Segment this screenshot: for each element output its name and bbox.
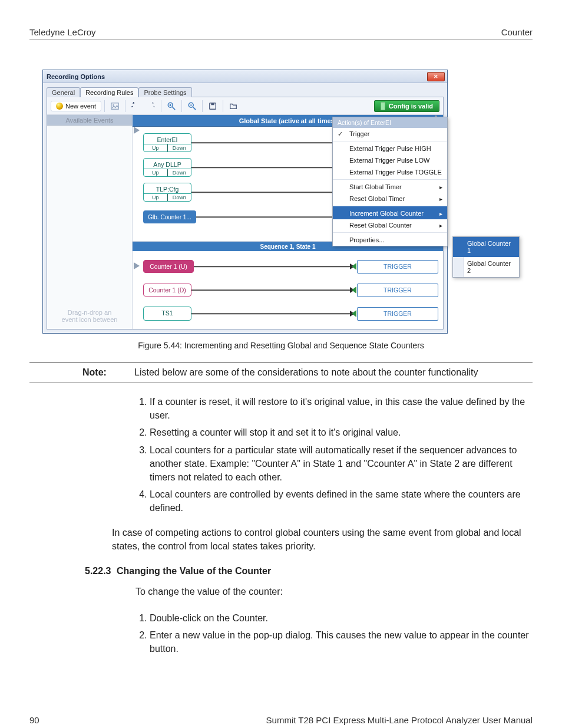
tab-general[interactable]: General bbox=[47, 87, 80, 97]
header-left: Teledyne LeCroy bbox=[29, 27, 96, 37]
close-button[interactable]: ✕ bbox=[427, 72, 445, 81]
event-glb-counter-1[interactable]: Glb. Counter 1... bbox=[143, 210, 196, 223]
new-event-button[interactable]: New event bbox=[51, 101, 101, 111]
event-tlp-cfg[interactable]: TLP:Cfg UpDown bbox=[143, 183, 191, 202]
svg-line-7 bbox=[193, 107, 196, 109]
section-intro: To change the value of the counter: bbox=[29, 585, 533, 598]
chevron-right-icon: ▸ bbox=[439, 196, 442, 202]
ctx-reset-global-counter[interactable]: Reset Global Counter▸ bbox=[333, 219, 447, 231]
new-event-label: New event bbox=[65, 103, 96, 110]
open-icon[interactable] bbox=[226, 100, 240, 113]
submenu-global-counter: Global Counter 1 Global Counter 2 bbox=[452, 236, 520, 278]
ctx-ext-high[interactable]: External Trigger Pulse HIGH bbox=[333, 141, 447, 154]
chevron-right-icon: ▸ bbox=[439, 222, 442, 229]
list-item: Local counters for a particular state wi… bbox=[150, 443, 533, 485]
save-icon[interactable] bbox=[206, 100, 220, 113]
link-accept-icon bbox=[352, 286, 356, 294]
list-item: Local counters are controlled by events … bbox=[150, 487, 533, 515]
context-menu-title: Action(s) of EnterEI bbox=[333, 117, 447, 128]
redo-icon[interactable] bbox=[144, 100, 158, 113]
chevron-right-icon: ▸ bbox=[439, 184, 442, 190]
considerations-list: If a counter is reset, it will restore t… bbox=[29, 395, 533, 515]
submenu-global-counter-2[interactable]: Global Counter 2 bbox=[453, 257, 519, 277]
zoom-in-icon[interactable] bbox=[164, 100, 178, 113]
list-item: Enter a new value in the pop-up dialog. … bbox=[150, 628, 533, 655]
section-heading: 5.22.3Changing the Value of the Counter bbox=[29, 566, 533, 577]
link-accept-icon bbox=[352, 310, 356, 317]
steps-list: Double-click on the Counter. Enter a new… bbox=[29, 611, 533, 656]
ctx-reset-global-timer[interactable]: Reset Global Timer▸ bbox=[333, 193, 447, 205]
figure-caption: Figure 5.44: Incrementing and Resetting … bbox=[29, 341, 533, 350]
context-menu-actions: Action(s) of EnterEI ✓Trigger External T… bbox=[332, 117, 448, 246]
config-valid-led bbox=[381, 102, 385, 110]
event-any-dllp[interactable]: Any DLLP UpDown bbox=[143, 158, 191, 177]
note-box: Note: Listed below are some of the consi… bbox=[29, 362, 533, 383]
available-events-panel: Available Events Drag-n-drop an event ic… bbox=[47, 115, 133, 329]
list-item: If a counter is reset, it will restore t… bbox=[150, 395, 533, 422]
check-icon: ✓ bbox=[338, 130, 343, 138]
action-trigger[interactable]: TRIGGER bbox=[357, 307, 438, 321]
header-right: Counter bbox=[501, 27, 533, 37]
close-icon: ✕ bbox=[434, 74, 438, 80]
ctx-properties[interactable]: Properties... bbox=[333, 232, 447, 246]
undo-icon[interactable] bbox=[128, 100, 143, 113]
footer-title: Summit T28 PCI Express Multi-Lane Protoc… bbox=[266, 715, 533, 725]
side-hint: Drag-n-drop an bbox=[62, 309, 118, 316]
toolbar: New event bbox=[47, 97, 443, 115]
list-item: Resetting a counter will stop it and set… bbox=[150, 426, 533, 439]
list-item: Double-click on the Counter. bbox=[150, 611, 533, 625]
link-accept-icon bbox=[352, 263, 356, 270]
available-events-header: Available Events bbox=[47, 115, 132, 126]
svg-rect-10 bbox=[211, 103, 214, 105]
side-hint: event icon between bbox=[62, 316, 118, 323]
action-trigger[interactable]: TRIGGER bbox=[357, 260, 438, 274]
config-valid-badge: Config is valid bbox=[374, 100, 439, 112]
ctx-ext-toggle[interactable]: External Trigger Pulse TOGGLE bbox=[333, 166, 447, 178]
tab-recording-rules[interactable]: Recording Rules bbox=[80, 87, 138, 97]
page-number: 90 bbox=[29, 715, 39, 725]
action-trigger[interactable]: TRIGGER bbox=[357, 284, 438, 297]
event-counter-1-d[interactable]: Counter 1 (D) bbox=[143, 284, 191, 297]
ctx-start-global-timer[interactable]: Start Global Timer▸ bbox=[333, 179, 447, 193]
ctx-trigger[interactable]: ✓Trigger bbox=[333, 128, 447, 140]
paragraph: In case of competing actions to control … bbox=[29, 526, 533, 553]
event-counter-1-u[interactable]: Counter 1 (U) bbox=[143, 260, 194, 273]
new-event-icon bbox=[56, 103, 63, 110]
event-enterei[interactable]: EnterEI UpDown bbox=[143, 133, 191, 152]
tab-probe-settings[interactable]: Probe Settings bbox=[138, 87, 191, 97]
submenu-global-counter-1[interactable]: Global Counter 1 bbox=[453, 237, 519, 257]
chevron-right-icon: ▸ bbox=[439, 210, 442, 217]
ctx-ext-low[interactable]: External Trigger Pulse LOW bbox=[333, 154, 447, 166]
event-ts1[interactable]: TS1 bbox=[143, 307, 191, 321]
svg-line-3 bbox=[173, 107, 175, 109]
window-title: Recording Options bbox=[47, 73, 105, 80]
ctx-increment-global-counter[interactable]: Increment Global Counter▸ bbox=[333, 206, 447, 219]
zoom-out-icon[interactable] bbox=[185, 100, 199, 113]
picture-icon[interactable] bbox=[108, 100, 122, 113]
